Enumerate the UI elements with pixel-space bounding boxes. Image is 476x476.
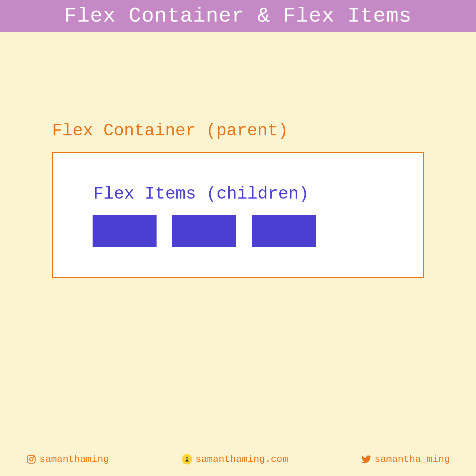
header-bar: Flex Container & Flex Items	[0, 0, 476, 32]
container-label: Flex Container (parent)	[52, 121, 424, 141]
main-content: Flex Container (parent) Flex Items (chil…	[0, 32, 476, 278]
website-url: samanthaming.com	[195, 454, 288, 465]
items-label: Flex Items (children)	[93, 184, 386, 204]
instagram-link[interactable]: samanthaming	[26, 454, 109, 465]
avatar-icon	[182, 454, 192, 464]
footer: samanthaming samanthaming.com samantha_m…	[0, 454, 476, 465]
flex-container-box: Flex Items (children)	[52, 152, 424, 278]
svg-point-2	[33, 456, 34, 457]
svg-point-5	[186, 458, 187, 459]
instagram-handle: samanthaming	[39, 454, 109, 465]
flex-item	[252, 215, 316, 247]
twitter-icon	[361, 454, 372, 464]
page-title: Flex Container & Flex Items	[64, 4, 412, 28]
flex-item	[172, 215, 236, 247]
instagram-icon	[26, 454, 36, 464]
svg-point-1	[29, 457, 33, 461]
twitter-handle: samantha_ming	[374, 454, 450, 465]
flex-items-row	[90, 215, 386, 247]
svg-point-6	[187, 458, 188, 459]
twitter-link[interactable]: samantha_ming	[361, 454, 450, 465]
flex-item	[93, 215, 157, 247]
website-link[interactable]: samanthaming.com	[182, 454, 288, 465]
